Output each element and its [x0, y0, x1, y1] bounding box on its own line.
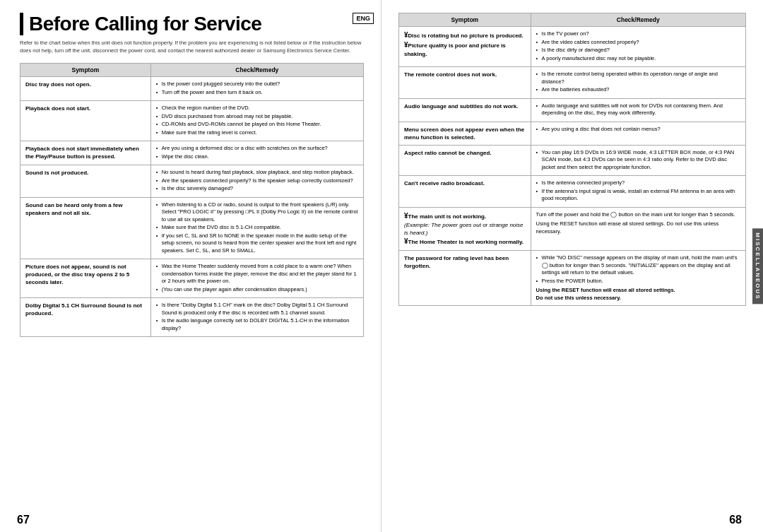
remedy-cell: Turn off the power and hold the ◯ button… [531, 207, 745, 250]
table-row: Aspect ratio cannot be changed. You can … [399, 145, 746, 176]
right-symptom-header: Symptom [399, 13, 531, 27]
left-page: Before Calling for Service Refer to the … [0, 0, 382, 532]
right-remedy-header: Check/Remedy [531, 13, 745, 27]
miscellaneous-badge: MISCELLANEOUS [752, 228, 763, 304]
table-row: Disc tray does not open. Is the power co… [20, 77, 364, 101]
symptom-cell: Sound is not produced. [20, 165, 151, 198]
remedy-cell: Check the region number of the DVD. DVD … [150, 101, 363, 141]
remedy-cell: Is the remote control being operated wit… [531, 67, 745, 99]
table-row: Can't receive radio broadcast. Is the an… [399, 176, 746, 208]
page-number-left: 67 [17, 514, 30, 526]
table-row: ¥The main unit is not working. (Example:… [399, 207, 746, 250]
table-row: Playback does not start. Check the regio… [20, 101, 364, 141]
page-title: Before Calling for Service [20, 13, 364, 35]
symptom-cell: Dolby Digital 5.1 CH Surround Sound is n… [20, 298, 151, 337]
symptom-cell: Playback does not start. [20, 101, 151, 141]
symptom-cell: Picture does not appear, sound is not pr… [20, 259, 151, 298]
remedy-cell: Is the power cord plugged securely into … [150, 77, 363, 101]
left-service-table: Symptom Check/Remedy Disc tray does not … [20, 63, 364, 337]
symptom-cell: Disc tray does not open. [20, 77, 151, 101]
remedy-cell: Is there "Dolby Digital 5.1 CH" mark on … [150, 298, 363, 337]
table-row: Menu screen does not appear even when th… [399, 122, 746, 145]
remedy-cell: Is the antenna connected properly? If th… [531, 176, 745, 208]
symptom-cell: Aspect ratio cannot be changed. [399, 145, 531, 176]
symptom-cell: The remote control does not work. [399, 67, 531, 99]
remedy-cell: Are you using a disc that does not conta… [531, 122, 745, 145]
table-row: The remote control does not work. Is the… [399, 67, 746, 99]
remedy-cell: When listening to a CD or radio, sound i… [150, 197, 363, 259]
table-row: Dolby Digital 5.1 CH Surround Sound is n… [20, 298, 364, 337]
table-row: The password for rating level has been f… [399, 251, 746, 306]
symptom-cell: Playback does not start immediately when… [20, 141, 151, 165]
remedy-cell: Was the Home Theater suddenly moved from… [150, 259, 363, 298]
symptom-cell: ¥Disc is rotating but no picture is prod… [399, 27, 531, 67]
remedy-cell: Are you using a deformed disc or a disc … [150, 141, 363, 165]
left-symptom-header: Symptom [20, 64, 151, 77]
table-row: Picture does not appear, sound is not pr… [20, 259, 364, 298]
left-remedy-header: Check/Remedy [150, 64, 363, 77]
remedy-cell: You can play 16:9 DVDs in 16:9 WIDE mode… [531, 145, 745, 176]
remedy-cell: No sound is heard during fast playback, … [150, 165, 363, 198]
remedy-cell: While "NO DISC" message appears on the d… [531, 251, 745, 306]
symptom-cell: Audio language and subtitles do not work… [399, 98, 531, 122]
right-service-table: Symptom Check/Remedy ¥Disc is rotating b… [398, 13, 746, 306]
remedy-cell: Is the TV power on? Are the video cables… [531, 27, 745, 67]
symptom-cell: Can't receive radio broadcast. [399, 176, 531, 208]
eng-badge: ENG [353, 13, 374, 24]
symptom-cell: Menu screen does not appear even when th… [399, 122, 531, 145]
symptom-cell: ¥The main unit is not working. (Example:… [399, 207, 531, 250]
subtitle-text: Refer to the chart below when this unit … [20, 40, 364, 54]
table-row: Sound is not produced. No sound is heard… [20, 165, 364, 198]
symptom-cell: The password for rating level has been f… [399, 251, 531, 306]
table-row: Playback does not start immediately when… [20, 141, 364, 165]
table-row: ¥Disc is rotating but no picture is prod… [399, 27, 746, 67]
remedy-cell: Audio language and subtitles will not wo… [531, 98, 745, 122]
right-page: Symptom Check/Remedy ¥Disc is rotating b… [382, 0, 763, 532]
table-row: Sound can be heard only from a few speak… [20, 197, 364, 259]
page-number-right: 68 [729, 514, 742, 526]
symptom-cell: Sound can be heard only from a few speak… [20, 197, 151, 259]
table-row: Audio language and subtitles do not work… [399, 98, 746, 122]
